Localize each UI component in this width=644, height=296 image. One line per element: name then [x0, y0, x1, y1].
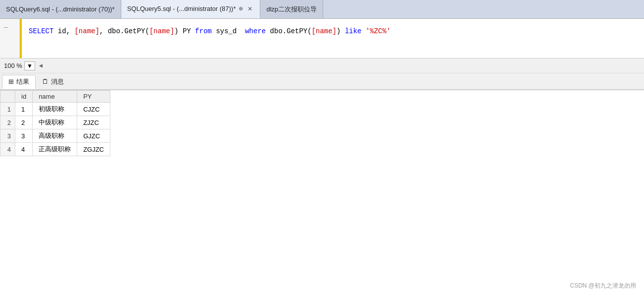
- table-row: 11初级职称CJZC: [0, 103, 110, 116]
- close-icon[interactable]: ✕: [246, 5, 254, 13]
- tab-query5-label: SQLQuery5.sql - (...dministrator (87))*: [127, 5, 236, 12]
- tab-query6[interactable]: SQLQuery6.sql - (...dministrator (70))*: [0, 0, 121, 18]
- yellow-bar: [20, 19, 22, 58]
- code-name-bracket3: [name]: [311, 27, 336, 35]
- tab-messages[interactable]: 🗒 消息: [36, 75, 70, 88]
- kw-select: SELECT: [29, 27, 53, 35]
- kw-from: from: [191, 27, 212, 35]
- cell-py: GJZC: [77, 129, 110, 143]
- col-rownum: [0, 91, 15, 103]
- table-row: 44正高级职称ZGJZC: [0, 143, 110, 156]
- tab-query6-label: SQLQuery6.sql - (...dministrator (70))*: [6, 5, 115, 13]
- cell-id: 1: [15, 103, 33, 116]
- main-content: — SELECT id, [name], dbo.GetPY([name]) P…: [0, 19, 644, 296]
- results-table: id name PY 11初级职称CJZC22中级职称ZJZC33高级职称GJZ…: [0, 90, 110, 156]
- cell-name: 初级职称: [33, 103, 77, 116]
- scroll-left-btn[interactable]: ◀: [37, 61, 45, 70]
- tab-dlzp-label: dlzp二次报职位导: [266, 5, 317, 14]
- cell-py: ZJZC: [77, 116, 110, 129]
- col-py: PY: [77, 91, 110, 103]
- code-py: ) PY: [174, 27, 191, 35]
- cell-id: 4: [15, 143, 33, 156]
- code-getpy1: , dbo.GetPY(: [99, 27, 149, 35]
- col-name: name: [33, 91, 77, 103]
- watermark: CSDN @初九之潜龙勿用: [570, 282, 636, 290]
- tab-messages-label: 消息: [51, 77, 64, 86]
- zoom-value: 100 %: [4, 62, 22, 69]
- editor-area: — SELECT id, [name], dbo.GetPY([name]) P…: [0, 19, 644, 59]
- cell-rownum: 4: [0, 143, 15, 156]
- line-indicator: —: [4, 24, 8, 31]
- cell-id: 2: [15, 116, 33, 129]
- cell-name: 高级职称: [33, 129, 77, 143]
- tab-results-label: 结果: [16, 77, 29, 86]
- tab-dlzp[interactable]: dlzp二次报职位导: [260, 0, 323, 18]
- code-name-bracket2: [name]: [149, 27, 174, 35]
- cell-name: 中级职称: [33, 116, 77, 129]
- code-like-pre: ): [337, 27, 345, 35]
- cell-rownum: 1: [0, 103, 15, 116]
- code-getpy2: dbo.GetPY(: [266, 27, 311, 35]
- messages-icon: 🗒: [42, 78, 49, 85]
- table-container: id name PY 11初级职称CJZC22中级职称ZJZC33高级职称GJZ…: [0, 90, 644, 296]
- kw-like: like: [345, 27, 362, 35]
- table-row: 33高级职称GJZC: [0, 129, 110, 143]
- zoom-bar: 100 % ▼ ◀: [0, 59, 644, 73]
- cell-id: 3: [15, 129, 33, 143]
- code-space: [361, 27, 365, 35]
- table-row: 22中级职称ZJZC: [0, 116, 110, 129]
- code-line[interactable]: SELECT id, [name], dbo.GetPY([name]) PY …: [0, 23, 644, 40]
- code-name-bracket: [name]: [74, 27, 99, 35]
- code-sysd: sys_d: [212, 27, 245, 35]
- cell-name: 正高级职称: [33, 143, 77, 156]
- code-id: id,: [53, 27, 74, 35]
- cell-rownum: 3: [0, 129, 15, 143]
- cell-py: CJZC: [77, 103, 110, 116]
- tab-query5[interactable]: SQLQuery5.sql - (...dministrator (87))* …: [121, 0, 261, 18]
- zoom-dropdown[interactable]: ▼: [24, 61, 35, 70]
- editor-gutter: —: [0, 19, 20, 58]
- table-header-row: id name PY: [0, 91, 110, 103]
- tab-results[interactable]: ⊞ 结果: [2, 75, 36, 89]
- cell-py: ZGJZC: [77, 143, 110, 156]
- tab-bar: SQLQuery6.sql - (...dministrator (70))* …: [0, 0, 644, 19]
- results-tab-bar: ⊞ 结果 🗒 消息: [0, 73, 644, 90]
- kw-where: where: [245, 27, 266, 35]
- pin-icon[interactable]: ⊕: [239, 5, 243, 12]
- cell-rownum: 2: [0, 116, 15, 129]
- results-grid-icon: ⊞: [8, 78, 14, 85]
- code-string: '%ZC%': [366, 27, 391, 35]
- col-id: id: [15, 91, 33, 103]
